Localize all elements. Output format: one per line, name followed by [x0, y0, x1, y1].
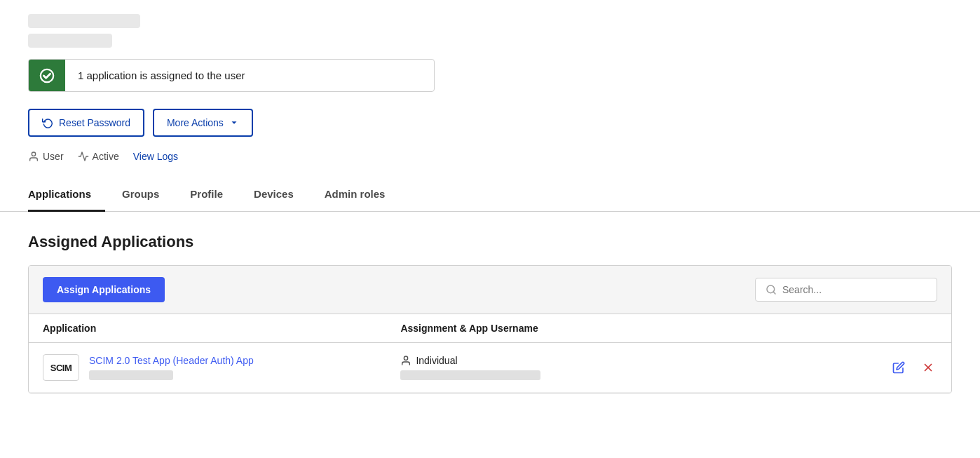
user-meta: User Active View Logs	[28, 151, 952, 162]
search-input[interactable]	[782, 284, 927, 295]
user-status-item: Active	[78, 151, 119, 162]
action-buttons: Reset Password More Actions	[28, 109, 952, 137]
search-icon	[765, 284, 777, 295]
assignment-top: Individual	[400, 355, 457, 366]
section-title: Assigned Applications	[28, 233, 952, 251]
user-type-label: User	[43, 151, 64, 162]
app-logo: SCIM	[43, 354, 79, 381]
user-icon	[28, 151, 39, 162]
reset-password-button[interactable]: Reset Password	[28, 109, 144, 137]
col-actions	[758, 323, 937, 334]
svg-point-4	[404, 356, 408, 360]
skeleton-bar-narrow	[28, 34, 112, 48]
svg-point-1	[32, 152, 35, 156]
refresh-icon	[42, 117, 53, 128]
col-application: Application	[43, 323, 400, 334]
remove-button[interactable]	[919, 358, 937, 377]
notification-banner: 1 application is assigned to the user	[28, 59, 435, 92]
tab-admin-roles[interactable]: Admin roles	[325, 180, 400, 212]
edit-button[interactable]	[890, 358, 908, 377]
actions-cell	[758, 358, 937, 377]
edit-icon	[892, 361, 905, 374]
app-name-link[interactable]: SCIM 2.0 Test App (Header Auth) App	[89, 355, 254, 366]
search-box	[755, 278, 937, 302]
col-assignment: Assignment & App Username	[400, 323, 758, 334]
assignment-cell: Individual	[400, 355, 758, 380]
user-type-item: User	[28, 151, 64, 162]
close-icon	[922, 361, 934, 374]
tabs-list: Applications Groups Profile Devices Admi…	[28, 179, 952, 211]
app-name-block: SCIM 2.0 Test App (Header Auth) App	[89, 355, 254, 380]
app-cell: SCIM SCIM 2.0 Test App (Header Auth) App	[43, 354, 400, 381]
individual-icon	[400, 355, 411, 366]
success-icon-bg	[29, 60, 65, 91]
tabs-nav: Applications Groups Profile Devices Admi…	[0, 179, 980, 212]
notification-text: 1 application is assigned to the user	[65, 60, 257, 91]
tab-groups[interactable]: Groups	[122, 180, 173, 212]
assignment-type: Individual	[416, 355, 457, 366]
tab-devices[interactable]: Devices	[254, 180, 308, 212]
check-circle-icon	[39, 68, 55, 83]
svg-line-3	[773, 292, 775, 294]
user-status-label: Active	[93, 151, 119, 162]
table-row: SCIM SCIM 2.0 Test App (Header Auth) App…	[29, 343, 951, 393]
activity-icon	[78, 151, 89, 162]
skeleton-bar-wide	[28, 14, 140, 28]
applications-table-container: Assign Applications Application Assignme…	[28, 265, 952, 393]
table-header: Application Assignment & App Username	[29, 314, 951, 343]
assignment-skeleton	[400, 370, 540, 380]
more-actions-button[interactable]: More Actions	[153, 109, 253, 137]
app-skeleton	[89, 370, 173, 380]
view-logs-link[interactable]: View Logs	[133, 151, 178, 162]
assign-applications-button[interactable]: Assign Applications	[43, 277, 165, 302]
tab-profile[interactable]: Profile	[190, 180, 237, 212]
tab-applications[interactable]: Applications	[28, 180, 105, 212]
main-content: Assigned Applications Assign Application…	[0, 212, 980, 415]
chevron-down-icon	[229, 118, 239, 128]
table-toolbar: Assign Applications	[29, 266, 951, 314]
